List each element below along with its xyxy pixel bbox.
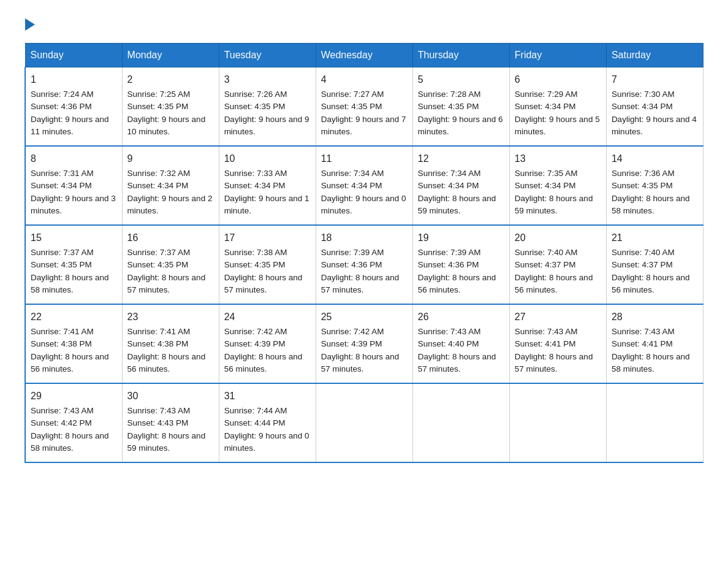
- column-header-tuesday: Tuesday: [219, 44, 316, 67]
- day-number: 31: [224, 389, 311, 404]
- day-number: 16: [127, 231, 214, 245]
- calendar-cell: 16Sunrise: 7:37 AMSunset: 4:35 PMDayligh…: [122, 225, 219, 304]
- day-number: 18: [321, 231, 408, 245]
- sunset-text: Sunset: 4:34 PM: [31, 181, 92, 190]
- day-number: 21: [612, 231, 698, 245]
- calendar-cell: [509, 383, 606, 462]
- sunset-text: Sunset: 4:36 PM: [418, 260, 479, 269]
- calendar-cell: 31Sunrise: 7:44 AMSunset: 4:44 PMDayligh…: [219, 383, 316, 462]
- calendar-week-3: 15Sunrise: 7:37 AMSunset: 4:35 PMDayligh…: [25, 225, 703, 304]
- calendar-week-5: 29Sunrise: 7:43 AMSunset: 4:42 PMDayligh…: [25, 383, 703, 462]
- sunrise-text: Sunrise: 7:29 AM: [515, 90, 578, 99]
- column-header-sunday: Sunday: [25, 44, 122, 67]
- sunrise-text: Sunrise: 7:40 AM: [515, 248, 578, 257]
- daylight-text: Daylight: 9 hours and 11 minutes.: [31, 115, 109, 136]
- sunset-text: Sunset: 4:35 PM: [127, 260, 189, 269]
- sunset-text: Sunset: 4:40 PM: [418, 339, 479, 348]
- calendar-cell: 1Sunrise: 7:24 AMSunset: 4:36 PMDaylight…: [25, 67, 122, 147]
- sunrise-text: Sunrise: 7:37 AM: [127, 248, 191, 257]
- daylight-text: Daylight: 8 hours and 56 minutes.: [418, 273, 496, 294]
- day-number: 20: [515, 231, 601, 245]
- calendar-cell: 20Sunrise: 7:40 AMSunset: 4:37 PMDayligh…: [509, 225, 606, 304]
- daylight-text: Daylight: 8 hours and 59 minutes.: [127, 431, 206, 453]
- daylight-text: Daylight: 8 hours and 58 minutes.: [31, 273, 109, 294]
- day-number: 2: [127, 72, 214, 87]
- day-number: 13: [515, 151, 601, 166]
- sunset-text: Sunset: 4:41 PM: [515, 339, 576, 348]
- column-header-friday: Friday: [509, 44, 606, 67]
- sunset-text: Sunset: 4:34 PM: [515, 102, 576, 111]
- day-number: 9: [127, 151, 214, 166]
- daylight-text: Daylight: 9 hours and 5 minutes.: [515, 115, 600, 136]
- calendar-cell: 30Sunrise: 7:43 AMSunset: 4:43 PMDayligh…: [122, 383, 219, 462]
- sunrise-text: Sunrise: 7:28 AM: [418, 90, 481, 99]
- sunrise-text: Sunrise: 7:34 AM: [321, 169, 384, 178]
- daylight-text: Daylight: 9 hours and 10 minutes.: [127, 115, 206, 136]
- sunrise-text: Sunrise: 7:38 AM: [224, 248, 287, 257]
- day-number: 17: [224, 231, 311, 245]
- calendar-cell: 24Sunrise: 7:42 AMSunset: 4:39 PMDayligh…: [219, 304, 316, 383]
- calendar-cell: 4Sunrise: 7:27 AMSunset: 4:35 PMDaylight…: [316, 67, 412, 147]
- day-number: 24: [224, 310, 311, 324]
- sunset-text: Sunset: 4:37 PM: [515, 260, 576, 269]
- daylight-text: Daylight: 9 hours and 2 minutes.: [127, 194, 213, 215]
- sunset-text: Sunset: 4:35 PM: [224, 260, 286, 269]
- sunset-text: Sunset: 4:39 PM: [321, 339, 382, 348]
- sunset-text: Sunset: 4:44 PM: [224, 418, 286, 427]
- sunrise-text: Sunrise: 7:30 AM: [612, 90, 675, 99]
- sunrise-text: Sunrise: 7:25 AM: [127, 90, 191, 99]
- page-header: [25, 18, 703, 31]
- sunset-text: Sunset: 4:37 PM: [612, 260, 673, 269]
- daylight-text: Daylight: 8 hours and 57 minutes.: [127, 273, 206, 294]
- daylight-text: Daylight: 9 hours and 9 minutes.: [224, 115, 309, 136]
- sunrise-text: Sunrise: 7:39 AM: [418, 248, 481, 257]
- sunrise-text: Sunrise: 7:43 AM: [418, 327, 481, 336]
- daylight-text: Daylight: 9 hours and 6 minutes.: [418, 115, 503, 136]
- sunset-text: Sunset: 4:34 PM: [127, 181, 189, 190]
- calendar-week-1: 1Sunrise: 7:24 AMSunset: 4:36 PMDaylight…: [25, 67, 703, 147]
- day-number: 30: [127, 389, 214, 404]
- calendar-week-2: 8Sunrise: 7:31 AMSunset: 4:34 PMDaylight…: [25, 146, 703, 225]
- sunrise-text: Sunrise: 7:43 AM: [31, 406, 94, 415]
- calendar-cell: 3Sunrise: 7:26 AMSunset: 4:35 PMDaylight…: [219, 67, 316, 147]
- day-number: 3: [224, 72, 311, 87]
- calendar-cell: 29Sunrise: 7:43 AMSunset: 4:42 PMDayligh…: [25, 383, 122, 462]
- calendar-cell: [316, 383, 412, 462]
- day-number: 23: [127, 310, 214, 324]
- sunset-text: Sunset: 4:35 PM: [127, 102, 189, 111]
- daylight-text: Daylight: 9 hours and 0 minutes.: [224, 431, 309, 453]
- sunrise-text: Sunrise: 7:43 AM: [515, 327, 578, 336]
- daylight-text: Daylight: 8 hours and 59 minutes.: [515, 194, 593, 215]
- day-number: 7: [612, 72, 698, 87]
- sunrise-text: Sunrise: 7:36 AM: [612, 169, 675, 178]
- calendar-cell: 7Sunrise: 7:30 AMSunset: 4:34 PMDaylight…: [606, 67, 703, 147]
- sunrise-text: Sunrise: 7:39 AM: [321, 248, 384, 257]
- calendar-cell: 22Sunrise: 7:41 AMSunset: 4:38 PMDayligh…: [25, 304, 122, 383]
- daylight-text: Daylight: 8 hours and 58 minutes.: [612, 352, 690, 373]
- day-number: 15: [31, 231, 117, 245]
- daylight-text: Daylight: 8 hours and 57 minutes.: [321, 273, 400, 294]
- sunset-text: Sunset: 4:34 PM: [321, 181, 382, 190]
- sunrise-text: Sunrise: 7:35 AM: [515, 169, 578, 178]
- calendar-cell: 15Sunrise: 7:37 AMSunset: 4:35 PMDayligh…: [25, 225, 122, 304]
- calendar-cell: 8Sunrise: 7:31 AMSunset: 4:34 PMDaylight…: [25, 146, 122, 225]
- logo-triangle-icon: [25, 18, 35, 31]
- day-number: 29: [31, 389, 117, 404]
- daylight-text: Daylight: 9 hours and 1 minute.: [224, 194, 309, 215]
- daylight-text: Daylight: 9 hours and 7 minutes.: [321, 115, 406, 136]
- calendar-cell: 17Sunrise: 7:38 AMSunset: 4:35 PMDayligh…: [219, 225, 316, 304]
- sunset-text: Sunset: 4:41 PM: [612, 339, 673, 348]
- sunrise-text: Sunrise: 7:42 AM: [224, 327, 287, 336]
- sunrise-text: Sunrise: 7:41 AM: [31, 327, 94, 336]
- sunset-text: Sunset: 4:42 PM: [31, 418, 92, 427]
- day-number: 10: [224, 151, 311, 166]
- sunset-text: Sunset: 4:38 PM: [31, 339, 92, 348]
- sunset-text: Sunset: 4:34 PM: [224, 181, 286, 190]
- calendar-cell: 2Sunrise: 7:25 AMSunset: 4:35 PMDaylight…: [122, 67, 219, 147]
- calendar-header: SundayMondayTuesdayWednesdayThursdayFrid…: [25, 44, 703, 67]
- sunrise-text: Sunrise: 7:43 AM: [612, 327, 675, 336]
- daylight-text: Daylight: 8 hours and 57 minutes.: [515, 352, 593, 373]
- sunset-text: Sunset: 4:36 PM: [31, 102, 92, 111]
- day-number: 26: [418, 310, 504, 324]
- calendar-cell: [412, 383, 509, 462]
